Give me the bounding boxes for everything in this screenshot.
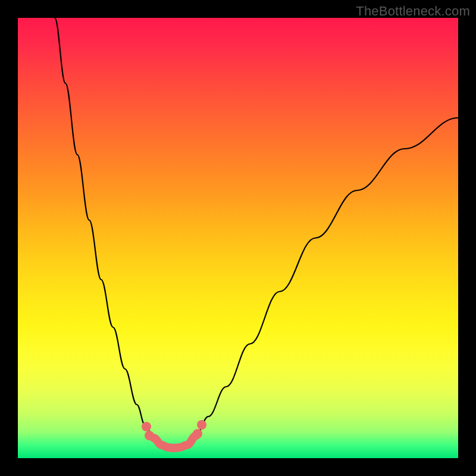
- curve-left: [55, 18, 162, 445]
- valley-dots: [142, 420, 206, 440]
- plot-area: [18, 18, 458, 458]
- valley-dot: [142, 422, 151, 431]
- curve-overlay: [18, 18, 458, 458]
- curve-right: [187, 118, 458, 445]
- chart-frame: TheBottleneck.com: [0, 0, 476, 476]
- valley-dot: [145, 431, 154, 440]
- valley-dot: [197, 420, 206, 430]
- valley-dot: [193, 429, 202, 439]
- watermark-text: TheBottleneck.com: [356, 4, 470, 19]
- valley-curve: [154, 436, 196, 448]
